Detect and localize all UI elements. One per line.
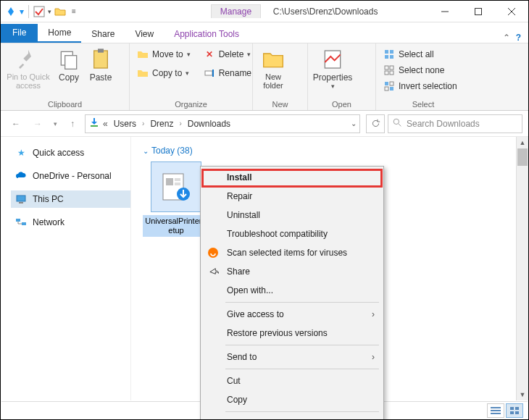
ctx-copy[interactable]: Copy bbox=[201, 390, 383, 409]
group-label: Open bbox=[312, 98, 371, 109]
svg-rect-27 bbox=[385, 66, 388, 70]
ctx-restore[interactable]: Restore previous versions bbox=[201, 324, 383, 343]
ctx-scan[interactable]: Scan selected items for viruses bbox=[201, 243, 383, 262]
svg-rect-45 bbox=[175, 182, 180, 185]
scroll-down-icon[interactable]: ▼ bbox=[517, 389, 528, 400]
svg-rect-23 bbox=[385, 50, 388, 54]
ribbon: Pin to Quick access Copy Paste Clipboard… bbox=[1, 43, 528, 111]
select-none-icon bbox=[383, 64, 395, 76]
svg-rect-8 bbox=[94, 51, 108, 68]
back-button[interactable]: ← bbox=[7, 114, 25, 133]
svg-rect-9 bbox=[98, 49, 104, 52]
select-all-icon bbox=[383, 49, 395, 60]
breadcrumb-prefix[interactable]: « bbox=[103, 119, 108, 129]
svg-rect-25 bbox=[385, 55, 388, 59]
sidebar-item-network[interactable]: Network bbox=[11, 214, 130, 231]
ctx-cut[interactable]: Cut bbox=[201, 371, 383, 390]
close-button[interactable] bbox=[495, 1, 528, 22]
ctx-open-with[interactable]: Open with... bbox=[201, 281, 383, 300]
properties-button[interactable]: Properties▾ bbox=[312, 46, 353, 90]
forward-button[interactable]: → bbox=[28, 114, 47, 133]
svg-line-37 bbox=[399, 124, 401, 126]
invert-selection-button[interactable]: Invert selection bbox=[380, 80, 460, 93]
sidebar-item-this-pc[interactable]: This PC bbox=[11, 190, 130, 208]
svg-rect-49 bbox=[491, 410, 501, 411]
copy-to-button[interactable]: Copy to▾ bbox=[134, 67, 193, 80]
details-view-button[interactable] bbox=[487, 403, 504, 418]
svg-rect-26 bbox=[390, 55, 393, 59]
sidebar-item-onedrive[interactable]: OneDrive - Personal bbox=[11, 167, 130, 185]
qat-dropdown-icon[interactable]: ▾ bbox=[20, 7, 24, 17]
chevron-right-icon: › bbox=[372, 309, 375, 319]
address-bar[interactable]: « Users› Drenz› Downloads ⌄ bbox=[85, 114, 360, 133]
svg-rect-44 bbox=[175, 178, 180, 181]
quick-access-toolbar: ▾ ▾ ≡ bbox=[1, 1, 83, 22]
ctx-create-shortcut[interactable]: Create shortcut bbox=[201, 414, 383, 420]
select-none-button[interactable]: Select none bbox=[380, 64, 460, 77]
minimize-button[interactable] bbox=[428, 1, 462, 22]
ctx-install[interactable]: Install bbox=[201, 168, 383, 187]
tab-file[interactable]: File bbox=[1, 24, 38, 43]
qat-dropdown-icon[interactable]: ▾ bbox=[48, 8, 51, 15]
new-folder-button[interactable]: New folder bbox=[257, 46, 289, 90]
rename-button[interactable]: Rename bbox=[201, 67, 254, 80]
ctx-give-access[interactable]: Give access to› bbox=[201, 305, 383, 324]
tab-view[interactable]: View bbox=[125, 25, 164, 43]
svg-rect-39 bbox=[19, 202, 23, 203]
paste-button[interactable]: Paste bbox=[86, 46, 115, 83]
delete-button-ribbon[interactable]: ✕Delete▾ bbox=[201, 48, 254, 61]
select-all-button[interactable]: Select all bbox=[380, 48, 460, 61]
ctx-uninstall[interactable]: Uninstall bbox=[201, 206, 383, 224]
folder-icon bbox=[137, 67, 149, 79]
sidebar-item-quick-access[interactable]: ★Quick access bbox=[11, 144, 130, 161]
svg-rect-34 bbox=[390, 87, 393, 91]
svg-rect-52 bbox=[515, 407, 519, 410]
folder-icon[interactable] bbox=[54, 6, 66, 17]
svg-point-47 bbox=[208, 248, 218, 258]
svg-rect-30 bbox=[390, 71, 393, 75]
ctx-troubleshoot[interactable]: Troubleshoot compatibility bbox=[201, 224, 383, 243]
ctx-share[interactable]: Share bbox=[201, 262, 383, 281]
rename-icon bbox=[204, 67, 215, 79]
scroll-thumb[interactable] bbox=[517, 148, 528, 166]
move-to-button[interactable]: Move to▾ bbox=[134, 48, 193, 61]
ctx-send-to[interactable]: Send to› bbox=[201, 348, 383, 366]
tab-home[interactable]: Home bbox=[38, 24, 81, 43]
paste-icon bbox=[89, 48, 112, 71]
tab-share[interactable]: Share bbox=[81, 25, 125, 43]
search-input[interactable]: Search Downloads bbox=[388, 114, 522, 133]
overflow-icon[interactable]: ≡ bbox=[69, 7, 79, 15]
app-icon bbox=[5, 6, 17, 17]
address-dropdown-icon[interactable]: ⌄ bbox=[351, 119, 357, 127]
breadcrumb[interactable]: Drenz bbox=[147, 119, 176, 129]
network-icon bbox=[15, 217, 27, 228]
vertical-scrollbar[interactable]: ▲ ▼ bbox=[516, 137, 528, 400]
copy-button[interactable]: Copy bbox=[54, 46, 83, 83]
svg-rect-48 bbox=[491, 407, 501, 408]
up-button[interactable]: ↑ bbox=[63, 114, 82, 133]
checkbox-icon[interactable] bbox=[33, 6, 45, 17]
icons-view-button[interactable] bbox=[506, 403, 523, 418]
pin-quick-access-button[interactable]: Pin to Quick access bbox=[5, 46, 51, 90]
refresh-button[interactable] bbox=[366, 114, 385, 133]
ctx-repair[interactable]: Repair bbox=[201, 187, 383, 206]
recent-dropdown[interactable]: ▾ bbox=[50, 114, 60, 133]
window-controls bbox=[428, 1, 528, 22]
group-header-today[interactable]: ⌄Today (38) bbox=[143, 146, 517, 156]
search-placeholder: Search Downloads bbox=[407, 119, 480, 129]
svg-point-36 bbox=[393, 119, 399, 124]
svg-rect-16 bbox=[205, 71, 212, 75]
maximize-button[interactable] bbox=[462, 1, 495, 22]
breadcrumb[interactable]: Downloads bbox=[185, 119, 233, 129]
chevron-right-icon: › bbox=[372, 352, 375, 362]
pc-icon bbox=[15, 193, 27, 205]
breadcrumb[interactable]: Users bbox=[111, 119, 139, 129]
svg-rect-38 bbox=[17, 196, 25, 201]
help-icon[interactable]: ? bbox=[516, 33, 521, 43]
scroll-up-icon[interactable]: ▲ bbox=[517, 137, 528, 148]
tab-application-tools[interactable]: Application Tools bbox=[164, 25, 249, 43]
group-label: New bbox=[257, 98, 303, 109]
ribbon-collapse-icon[interactable]: ⌃ bbox=[503, 33, 510, 43]
new-folder-icon bbox=[262, 48, 285, 71]
window-path: C:\Users\Drenz\Downloads bbox=[273, 7, 378, 17]
